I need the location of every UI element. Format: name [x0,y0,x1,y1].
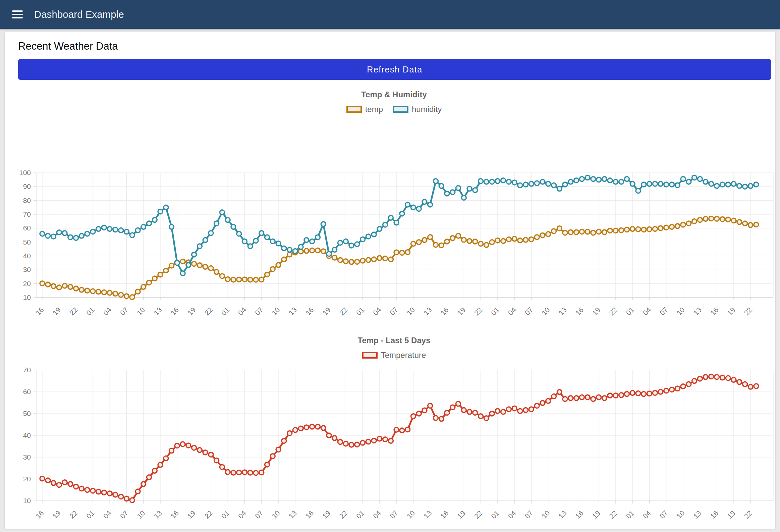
svg-text:07: 07 [658,509,669,520]
svg-text:22: 22 [338,306,349,317]
svg-text:01: 01 [220,509,231,520]
svg-text:16: 16 [169,306,180,317]
svg-text:70: 70 [23,210,31,218]
svg-text:16: 16 [34,306,45,317]
legend-swatch-icon [362,352,378,358]
svg-text:13: 13 [557,509,568,520]
svg-text:16: 16 [709,509,720,520]
svg-text:07: 07 [253,306,264,317]
svg-text:04: 04 [237,509,248,520]
svg-text:13: 13 [692,509,703,520]
chart-canvas: 1020304050607080901001619220104071013161… [13,117,775,324]
svg-text:10: 10 [675,306,686,317]
svg-text:07: 07 [388,509,399,520]
svg-text:01: 01 [85,509,96,520]
svg-text:01: 01 [490,509,501,520]
svg-text:04: 04 [506,305,518,317]
svg-text:19: 19 [51,509,62,520]
svg-text:07: 07 [658,306,669,317]
menu-icon[interactable] [12,10,23,18]
svg-text:22: 22 [607,509,619,520]
temp-humidity-chart: 1020304050607080901001619220104071013161… [13,117,775,324]
svg-text:07: 07 [253,509,264,520]
svg-text:22: 22 [607,306,619,317]
svg-text:22: 22 [68,306,79,317]
svg-text:19: 19 [186,306,197,317]
chart-legend: temphumidity [13,105,775,114]
svg-text:10: 10 [23,497,31,504]
svg-text:19: 19 [726,509,737,520]
svg-text:07: 07 [523,306,534,317]
svg-text:40: 40 [23,431,31,439]
svg-text:19: 19 [591,306,602,317]
legend-item-humidity[interactable]: humidity [393,105,442,114]
svg-text:10: 10 [405,509,416,520]
svg-text:19: 19 [321,306,332,317]
svg-text:22: 22 [203,509,214,520]
legend-swatch-icon [393,106,408,113]
svg-text:04: 04 [641,305,652,317]
svg-text:22: 22 [742,306,753,317]
svg-text:10: 10 [540,509,551,520]
svg-text:10: 10 [405,306,416,317]
svg-text:01: 01 [355,306,366,317]
legend-label: temp [365,105,383,114]
svg-text:16: 16 [439,509,450,520]
svg-text:10: 10 [270,509,281,520]
app-header: Dashboard Example [0,0,780,29]
chart-legend: Temperature [13,350,775,360]
legend-label: humidity [412,105,442,114]
svg-text:07: 07 [523,509,534,520]
svg-text:70: 70 [23,366,31,374]
svg-text:60: 60 [23,388,31,395]
svg-text:13: 13 [422,306,433,317]
svg-text:04: 04 [372,509,383,520]
legend-label: Temperature [381,350,426,360]
svg-text:04: 04 [506,509,518,520]
temp-5days-chart: 1020304050607016192201040710131619220104… [13,362,775,531]
svg-text:10: 10 [136,509,147,520]
svg-text:07: 07 [388,306,399,317]
svg-text:16: 16 [709,306,720,317]
svg-text:22: 22 [473,306,484,317]
svg-text:19: 19 [456,509,467,520]
svg-text:20: 20 [23,280,31,287]
svg-text:16: 16 [304,509,315,520]
chart-canvas: 1020304050607016192201040710131619220104… [13,362,775,531]
svg-text:13: 13 [152,306,163,317]
svg-text:04: 04 [641,509,652,520]
chart-title-temp-5days: Temp - Last 5 Days [13,336,775,345]
svg-text:01: 01 [85,306,96,317]
svg-text:19: 19 [321,509,332,520]
svg-text:90: 90 [23,183,31,190]
svg-text:10: 10 [136,306,147,317]
legend-item-temp[interactable]: temp [346,105,383,114]
svg-text:40: 40 [23,252,31,260]
svg-text:01: 01 [624,509,635,520]
svg-text:50: 50 [23,238,31,246]
svg-text:19: 19 [591,509,602,520]
svg-text:13: 13 [422,509,433,520]
svg-text:10: 10 [675,509,686,520]
svg-text:30: 30 [23,266,31,273]
svg-text:10: 10 [540,306,551,317]
content-card: Recent Weather Data Refresh Data Temp & … [5,32,775,529]
svg-text:16: 16 [304,306,315,317]
svg-text:22: 22 [742,509,753,520]
svg-text:04: 04 [102,509,113,520]
svg-text:16: 16 [439,306,450,317]
svg-text:16: 16 [574,306,585,317]
svg-text:04: 04 [372,305,383,317]
svg-text:13: 13 [557,306,568,317]
svg-text:10: 10 [270,306,281,317]
svg-text:80: 80 [23,197,31,204]
svg-text:07: 07 [119,509,130,520]
svg-text:60: 60 [23,224,31,232]
refresh-data-button[interactable]: Refresh Data [18,59,771,80]
svg-text:04: 04 [102,305,113,317]
svg-text:16: 16 [34,509,45,520]
legend-item-temperature[interactable]: Temperature [362,350,426,360]
legend-swatch-icon [346,106,362,113]
svg-text:04: 04 [237,305,248,317]
svg-text:19: 19 [51,306,62,317]
